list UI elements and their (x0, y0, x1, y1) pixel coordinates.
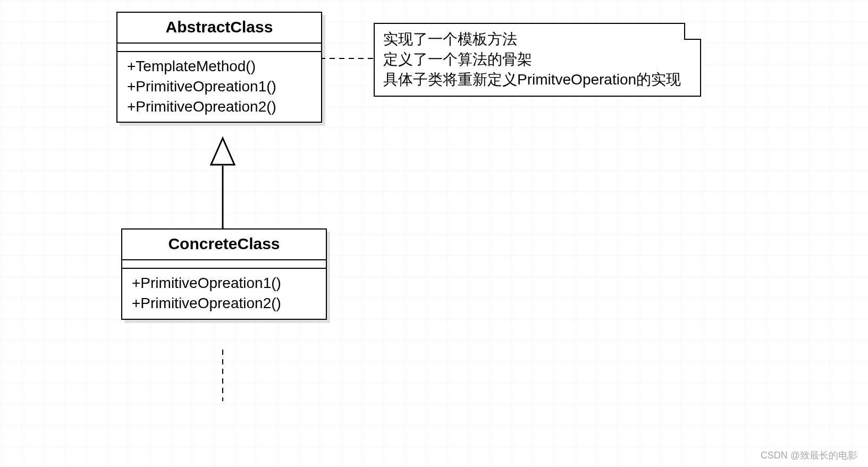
class-abstract: AbstractClass +TemplateMethod() +Primiti… (116, 12, 322, 123)
method-row: +TemplateMethod() (127, 56, 311, 77)
watermark-text: CSDN @致最长的电影 (761, 449, 857, 462)
method-row: +PrimitiveOpreation1() (132, 273, 316, 293)
class-concrete-attrs (122, 260, 326, 269)
method-row: +PrimitiveOpreation2() (132, 293, 316, 313)
note-top: 实现了一个模板方法 定义了一个算法的骨架 具体子类将重新定义PrimitveOp… (374, 23, 701, 97)
class-concrete: ConcreteClass +PrimitiveOpreation1() +Pr… (121, 228, 327, 320)
class-concrete-methods: +PrimitiveOpreation1() +PrimitiveOpreati… (122, 269, 326, 319)
class-abstract-methods: +TemplateMethod() +PrimitiveOpreation1()… (117, 52, 321, 122)
class-concrete-title: ConcreteClass (122, 230, 326, 260)
class-abstract-attrs (117, 44, 321, 52)
note-line: 实现了一个模板方法 (383, 29, 692, 49)
note-line: 具体子类将重新定义PrimitveOperation的实现 (383, 70, 692, 90)
note-line: 定义了一个算法的骨架 (383, 49, 692, 70)
method-row: +PrimitiveOpreation1() (127, 77, 311, 97)
method-row: +PrimitiveOpreation2() (127, 97, 311, 117)
class-abstract-title: AbstractClass (117, 13, 321, 44)
